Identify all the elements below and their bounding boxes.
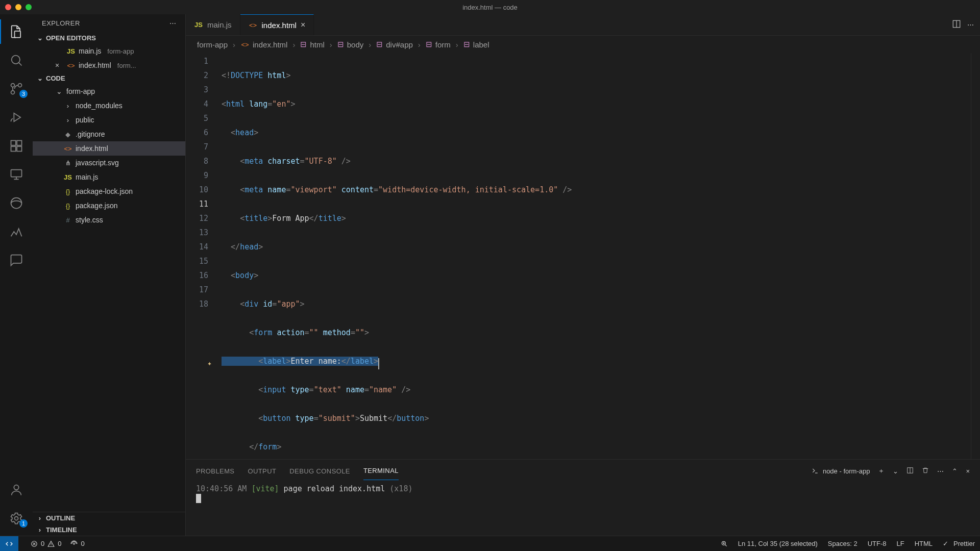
explorer-more-icon[interactable]: ⋯ [169,19,177,27]
remote-button[interactable] [0,536,18,552]
open-editors-section[interactable]: ⌄ OPEN EDITORS [33,32,185,44]
breadcrumb-item[interactable]: ⊟form [426,40,451,49]
cursor-position-status[interactable]: Ln 11, Col 35 (28 selected) [738,540,818,547]
new-terminal-icon[interactable]: ＋ [878,466,885,475]
language-status[interactable]: HTML [915,540,933,547]
edge-activity[interactable] [0,191,33,215]
breadcrumb-item[interactable]: ⊟label [463,40,489,49]
split-editor-icon[interactable] [952,19,961,30]
terminal-process[interactable]: node - form-app [812,467,870,475]
workspace-label: CODE [46,74,65,82]
svg-point-9 [11,198,22,209]
graph-activity[interactable] [0,219,33,244]
explorer-sidebar: EXPLORER ⋯ ⌄ OPEN EDITORS JS main.js for… [33,14,186,536]
close-panel-icon[interactable]: × [966,467,970,475]
close-window-button[interactable] [5,4,11,10]
panel-tab-problems[interactable]: PROBLEMS [196,462,234,480]
zoom-status[interactable] [721,540,728,547]
accounts-activity[interactable] [0,478,33,502]
open-editor-item[interactable]: JS main.js form-app [33,44,185,58]
explorer-title: EXPLORER [42,19,80,27]
scm-badge: 3 [19,90,28,98]
search-activity[interactable] [0,48,33,72]
chevron-right-icon: › [36,514,44,522]
tab-index-html[interactable]: <> index.html × [240,14,314,35]
close-icon[interactable]: × [301,20,305,30]
minimize-window-button[interactable] [15,4,21,10]
encoding-status[interactable]: UTF-8 [868,540,887,547]
workspace-section[interactable]: ⌄ CODE [33,72,185,84]
js-file-icon: JS [66,47,76,55]
svg-point-11 [15,517,18,520]
svg-rect-7 [17,146,21,151]
breadcrumb-item[interactable]: <>index.html [240,40,287,49]
folder-item[interactable]: › public [33,113,185,127]
close-icon[interactable]: × [55,61,63,69]
gitignore-icon: ◆ [63,131,72,138]
file-item[interactable]: ◆ .gitignore [33,127,185,141]
activity-bar: 3 [0,14,33,536]
outline-section[interactable]: › OUTLINE [33,512,185,524]
open-editor-hint: form... [117,62,136,69]
split-terminal-icon[interactable] [906,467,914,475]
more-icon[interactable]: ⋯ [937,467,944,475]
file-item[interactable]: ⋔ javascript.svg [33,156,185,170]
comment-activity[interactable] [0,248,33,272]
file-label: main.js [76,173,98,181]
explorer-activity[interactable] [0,19,33,44]
window-controls [5,4,32,10]
tab-main-js[interactable]: JS main.js [186,14,240,35]
trash-icon[interactable] [922,467,929,475]
file-label: public [76,116,94,124]
panel-tab-debug-console[interactable]: DEBUG CONSOLE [289,462,350,480]
open-editor-item[interactable]: × <> index.html form... [33,58,185,72]
maximize-window-button[interactable] [26,4,32,10]
settings-activity[interactable]: 1 [0,506,33,531]
terminal-dropdown-icon[interactable]: ⌄ [893,467,898,475]
breadcrumb-item[interactable]: ⊟body [337,40,364,49]
prettier-status[interactable]: Prettier [943,540,975,547]
html-file-icon: <> [249,21,258,29]
file-label: style.css [76,216,103,224]
more-actions-icon[interactable]: ⋯ [967,21,974,29]
chevron-right-icon: › [63,102,72,110]
scm-activity[interactable]: 3 [0,77,33,101]
file-item[interactable]: <> index.html [33,141,185,156]
sparkle-icon[interactable]: ✦ [207,356,212,370]
file-item[interactable]: # style.css [33,213,185,227]
code-content[interactable]: <!DOCTYPE html> <html lang="en"> <head> … [222,53,971,459]
terminal-output[interactable]: 10:40:56 AM [vite] page reload index.htm… [186,482,980,536]
tab-label: main.js [207,20,232,29]
file-item[interactable]: JS main.js [33,170,185,184]
code-editor[interactable]: 123456789101112131415161718 <!DOCTYPE ht… [186,53,971,459]
file-item[interactable]: {} package.json [33,198,185,213]
svg-rect-4 [11,141,16,145]
panel-tab-output[interactable]: OUTPUT [248,462,276,480]
timeline-label: TIMELINE [46,526,77,534]
breadcrumb-item[interactable]: ⊟html [300,40,324,49]
folder-item[interactable]: ⌄ form-app [33,84,185,98]
breadcrumb-item[interactable]: ⊟div#app [376,40,413,49]
ports-status[interactable]: 0 [70,540,84,547]
svg-rect-5 [17,141,21,145]
text-cursor [378,358,379,369]
panel-tab-terminal[interactable]: TERMINAL [363,462,399,480]
svg-point-3 [11,84,15,87]
errors-status[interactable]: 0 0 [31,540,61,547]
chevron-down-icon: ⌄ [36,74,44,82]
timeline-section[interactable]: › TIMELINE [33,524,185,536]
file-label: node_modules [76,102,122,110]
remote-activity[interactable] [0,162,33,187]
indent-status[interactable]: Spaces: 2 [828,540,857,547]
run-debug-activity[interactable] [0,105,33,130]
breadcrumbs[interactable]: form-app› <>index.html› ⊟html› ⊟body› ⊟d… [186,36,980,53]
breadcrumb-item[interactable]: form-app [197,40,228,49]
maximize-panel-icon[interactable]: ⌃ [952,467,958,475]
svg-point-1 [18,84,22,87]
file-label: package-lock.json [76,187,133,195]
folder-item[interactable]: › node_modules [33,98,185,113]
extensions-activity[interactable] [0,134,33,158]
file-item[interactable]: {} package-lock.json [33,184,185,198]
eol-status[interactable]: LF [897,540,904,547]
minimap[interactable] [971,53,980,459]
